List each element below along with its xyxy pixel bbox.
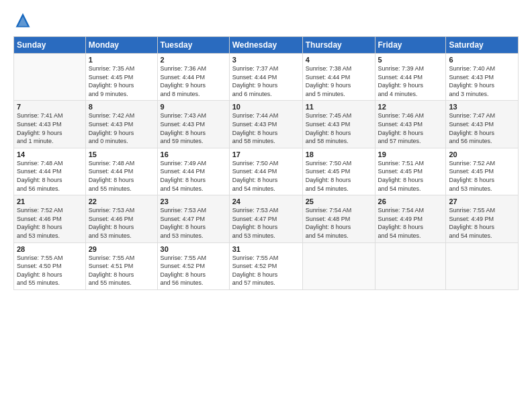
day-info: Sunrise: 7:38 AM Sunset: 4:44 PM Dayligh… <box>306 64 372 98</box>
calendar-cell: 7Sunrise: 7:41 AM Sunset: 4:43 PM Daylig… <box>14 101 86 148</box>
day-number: 17 <box>232 150 300 158</box>
weekday-header: Thursday <box>302 37 375 54</box>
weekday-header: Sunday <box>14 37 86 54</box>
calendar-cell: 18Sunrise: 7:50 AM Sunset: 4:45 PM Dayli… <box>302 148 375 195</box>
calendar-cell: 22Sunrise: 7:53 AM Sunset: 4:46 PM Dayli… <box>85 195 157 242</box>
day-number: 9 <box>161 103 226 111</box>
day-number: 19 <box>378 150 443 158</box>
weekday-header: Saturday <box>446 37 519 54</box>
day-number: 12 <box>378 103 443 111</box>
calendar-cell: 8Sunrise: 7:42 AM Sunset: 4:43 PM Daylig… <box>85 101 157 148</box>
day-number: 8 <box>89 103 154 111</box>
day-number: 10 <box>232 103 300 111</box>
day-number: 6 <box>449 56 515 64</box>
calendar-cell: 16Sunrise: 7:49 AM Sunset: 4:44 PM Dayli… <box>157 148 229 195</box>
calendar-cell <box>14 54 86 101</box>
day-info: Sunrise: 7:42 AM Sunset: 4:43 PM Dayligh… <box>89 111 154 145</box>
day-info: Sunrise: 7:52 AM Sunset: 4:46 PM Dayligh… <box>17 206 83 240</box>
day-info: Sunrise: 7:37 AM Sunset: 4:44 PM Dayligh… <box>232 64 300 98</box>
day-number: 15 <box>89 150 154 158</box>
calendar-cell: 6Sunrise: 7:40 AM Sunset: 4:43 PM Daylig… <box>446 54 519 101</box>
day-info: Sunrise: 7:54 AM Sunset: 4:48 PM Dayligh… <box>306 206 372 240</box>
day-info: Sunrise: 7:52 AM Sunset: 4:45 PM Dayligh… <box>449 159 515 193</box>
calendar-cell: 3Sunrise: 7:37 AM Sunset: 4:44 PM Daylig… <box>229 54 302 101</box>
calendar-week-row: 28Sunrise: 7:55 AM Sunset: 4:50 PM Dayli… <box>14 242 519 289</box>
day-info: Sunrise: 7:55 AM Sunset: 4:52 PM Dayligh… <box>161 254 226 287</box>
day-number: 23 <box>161 197 226 205</box>
day-number: 29 <box>89 245 154 253</box>
day-number: 16 <box>161 150 226 158</box>
calendar-cell: 23Sunrise: 7:53 AM Sunset: 4:47 PM Dayli… <box>157 195 229 242</box>
day-info: Sunrise: 7:46 AM Sunset: 4:43 PM Dayligh… <box>378 111 443 145</box>
weekday-header: Wednesday <box>229 37 302 54</box>
day-number: 2 <box>161 56 226 64</box>
calendar-cell: 26Sunrise: 7:54 AM Sunset: 4:49 PM Dayli… <box>375 195 446 242</box>
day-info: Sunrise: 7:39 AM Sunset: 4:44 PM Dayligh… <box>378 64 443 98</box>
logo <box>13 11 35 30</box>
page: SundayMondayTuesdayWednesdayThursdayFrid… <box>0 0 532 411</box>
day-info: Sunrise: 7:47 AM Sunset: 4:43 PM Dayligh… <box>449 111 515 145</box>
calendar-cell: 29Sunrise: 7:55 AM Sunset: 4:51 PM Dayli… <box>85 242 157 289</box>
calendar-cell: 27Sunrise: 7:55 AM Sunset: 4:49 PM Dayli… <box>446 195 519 242</box>
weekday-header: Tuesday <box>157 37 229 54</box>
calendar-cell: 5Sunrise: 7:39 AM Sunset: 4:44 PM Daylig… <box>375 54 446 101</box>
day-number: 24 <box>232 197 300 205</box>
calendar-table: SundayMondayTuesdayWednesdayThursdayFrid… <box>13 36 519 290</box>
day-number: 13 <box>449 103 515 111</box>
day-info: Sunrise: 7:53 AM Sunset: 4:47 PM Dayligh… <box>161 206 226 240</box>
day-info: Sunrise: 7:43 AM Sunset: 4:43 PM Dayligh… <box>161 111 226 145</box>
day-info: Sunrise: 7:55 AM Sunset: 4:52 PM Dayligh… <box>232 254 300 287</box>
day-info: Sunrise: 7:40 AM Sunset: 4:43 PM Dayligh… <box>449 64 515 98</box>
calendar-cell: 19Sunrise: 7:51 AM Sunset: 4:45 PM Dayli… <box>375 148 446 195</box>
calendar-cell: 10Sunrise: 7:44 AM Sunset: 4:43 PM Dayli… <box>229 101 302 148</box>
calendar-cell: 21Sunrise: 7:52 AM Sunset: 4:46 PM Dayli… <box>14 195 86 242</box>
day-info: Sunrise: 7:36 AM Sunset: 4:44 PM Dayligh… <box>161 64 226 98</box>
day-number: 1 <box>89 56 154 64</box>
calendar-week-row: 1Sunrise: 7:35 AM Sunset: 4:45 PM Daylig… <box>14 54 519 101</box>
calendar-cell <box>302 242 375 289</box>
day-number: 31 <box>232 245 300 253</box>
calendar-cell: 1Sunrise: 7:35 AM Sunset: 4:45 PM Daylig… <box>85 54 157 101</box>
calendar-week-row: 21Sunrise: 7:52 AM Sunset: 4:46 PM Dayli… <box>14 195 519 242</box>
day-number: 21 <box>17 197 83 205</box>
day-info: Sunrise: 7:35 AM Sunset: 4:45 PM Dayligh… <box>89 64 154 98</box>
day-info: Sunrise: 7:50 AM Sunset: 4:45 PM Dayligh… <box>306 159 372 193</box>
day-number: 30 <box>161 245 226 253</box>
calendar-cell: 11Sunrise: 7:45 AM Sunset: 4:43 PM Dayli… <box>302 101 375 148</box>
day-info: Sunrise: 7:49 AM Sunset: 4:44 PM Dayligh… <box>161 159 226 193</box>
calendar-cell <box>375 242 446 289</box>
calendar-cell: 28Sunrise: 7:55 AM Sunset: 4:50 PM Dayli… <box>14 242 86 289</box>
header <box>13 11 519 30</box>
calendar-cell: 13Sunrise: 7:47 AM Sunset: 4:43 PM Dayli… <box>446 101 519 148</box>
day-info: Sunrise: 7:53 AM Sunset: 4:46 PM Dayligh… <box>89 206 154 240</box>
day-number: 3 <box>232 56 300 64</box>
day-info: Sunrise: 7:48 AM Sunset: 4:44 PM Dayligh… <box>17 159 83 193</box>
day-info: Sunrise: 7:55 AM Sunset: 4:49 PM Dayligh… <box>449 206 515 240</box>
day-number: 20 <box>449 150 515 158</box>
logo-icon <box>13 11 32 30</box>
calendar-week-row: 14Sunrise: 7:48 AM Sunset: 4:44 PM Dayli… <box>14 148 519 195</box>
calendar-cell: 17Sunrise: 7:50 AM Sunset: 4:44 PM Dayli… <box>229 148 302 195</box>
day-number: 11 <box>306 103 372 111</box>
day-info: Sunrise: 7:48 AM Sunset: 4:44 PM Dayligh… <box>89 159 154 193</box>
day-info: Sunrise: 7:54 AM Sunset: 4:49 PM Dayligh… <box>378 206 443 240</box>
calendar-cell: 25Sunrise: 7:54 AM Sunset: 4:48 PM Dayli… <box>302 195 375 242</box>
day-number: 18 <box>306 150 372 158</box>
calendar-cell: 2Sunrise: 7:36 AM Sunset: 4:44 PM Daylig… <box>157 54 229 101</box>
day-info: Sunrise: 7:55 AM Sunset: 4:50 PM Dayligh… <box>17 254 83 287</box>
weekday-header-row: SundayMondayTuesdayWednesdayThursdayFrid… <box>14 37 519 54</box>
day-info: Sunrise: 7:44 AM Sunset: 4:43 PM Dayligh… <box>232 111 300 145</box>
day-info: Sunrise: 7:45 AM Sunset: 4:43 PM Dayligh… <box>306 111 372 145</box>
calendar-cell <box>446 242 519 289</box>
day-number: 22 <box>89 197 154 205</box>
calendar-week-row: 7Sunrise: 7:41 AM Sunset: 4:43 PM Daylig… <box>14 101 519 148</box>
day-number: 7 <box>17 103 83 111</box>
day-number: 28 <box>17 245 83 253</box>
calendar-cell: 15Sunrise: 7:48 AM Sunset: 4:44 PM Dayli… <box>85 148 157 195</box>
day-number: 27 <box>449 197 515 205</box>
day-info: Sunrise: 7:51 AM Sunset: 4:45 PM Dayligh… <box>378 159 443 193</box>
calendar-cell: 24Sunrise: 7:53 AM Sunset: 4:47 PM Dayli… <box>229 195 302 242</box>
day-info: Sunrise: 7:50 AM Sunset: 4:44 PM Dayligh… <box>232 159 300 193</box>
day-info: Sunrise: 7:55 AM Sunset: 4:51 PM Dayligh… <box>89 254 154 287</box>
calendar-cell: 20Sunrise: 7:52 AM Sunset: 4:45 PM Dayli… <box>446 148 519 195</box>
